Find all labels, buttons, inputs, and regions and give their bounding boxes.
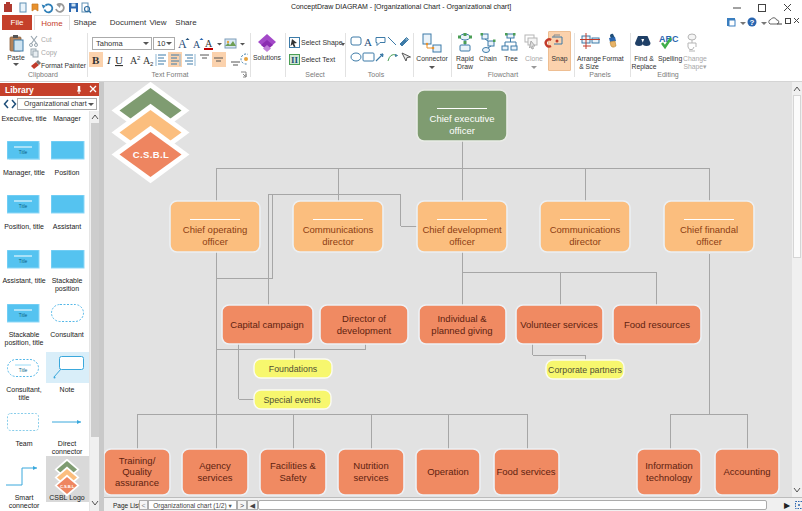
svg-text:Foundations: Foundations (269, 364, 318, 374)
svg-text:II: II (291, 55, 299, 65)
svg-text:development: development (337, 325, 392, 336)
svg-text:Accounting: Accounting (723, 466, 770, 477)
svg-text:Director of: Director of (342, 313, 386, 324)
svg-text:Title: Title (19, 259, 28, 264)
svg-text:assurance: assurance (115, 477, 159, 488)
svg-text:I: I (106, 54, 112, 66)
svg-text:2: 2 (150, 61, 154, 67)
svg-text:services: services (354, 472, 389, 483)
svg-text:planned giving: planned giving (431, 325, 492, 336)
svg-text:Safety: Safety (280, 472, 307, 483)
svg-text:Information: Information (645, 460, 693, 471)
svg-text:A: A (364, 36, 372, 48)
svg-text:U: U (115, 54, 123, 66)
svg-text:services: services (198, 472, 233, 483)
svg-text:Agency: Agency (199, 460, 231, 471)
svg-text:Title: Title (19, 204, 28, 209)
svg-text:Operation: Operation (427, 466, 469, 477)
svg-text:B: B (92, 54, 100, 66)
svg-text:Corporate partners: Corporate partners (548, 365, 622, 375)
svg-text:Chief finandal: Chief finandal (680, 224, 738, 235)
svg-text:A: A (193, 39, 201, 50)
svg-text:technology: technology (646, 472, 692, 483)
svg-text:C.S.B.L: C.S.B.L (133, 149, 170, 160)
svg-text:Facilities &: Facilities & (270, 460, 317, 471)
svg-text:A: A (178, 37, 187, 51)
svg-text:Capital campaign: Capital campaign (230, 319, 303, 330)
svg-text:Title: Title (19, 368, 28, 373)
svg-text:Communications: Communications (303, 224, 374, 235)
svg-text:Food resources: Food resources (624, 319, 690, 330)
svg-text:?: ? (750, 18, 755, 27)
svg-text:Special events: Special events (263, 395, 321, 405)
svg-text:2: 2 (137, 55, 141, 61)
svg-text:Title: Title (19, 150, 28, 155)
svg-text:Title: Title (19, 313, 28, 318)
svg-text:Chief development: Chief development (422, 224, 502, 235)
svg-text:Chief operating: Chief operating (183, 224, 247, 235)
svg-text:A: A (205, 38, 213, 49)
svg-text:officer: officer (202, 236, 228, 247)
svg-text:Nutrition: Nutrition (353, 460, 388, 471)
svg-text:officer: officer (696, 236, 722, 247)
svg-text:C.S.B.L: C.S.B.L (60, 484, 75, 489)
svg-text:director: director (322, 236, 354, 247)
svg-text:Food services: Food services (496, 466, 555, 477)
svg-text:Chief executive: Chief executive (430, 113, 495, 124)
svg-text:Individual &: Individual & (437, 313, 487, 324)
svg-text:officer: officer (449, 236, 475, 247)
svg-text:Communications: Communications (550, 224, 621, 235)
svg-text:Training/: Training/ (119, 455, 156, 466)
svg-text:Quality: Quality (122, 466, 152, 477)
svg-text:director: director (569, 236, 601, 247)
svg-text:Volunteer services: Volunteer services (520, 319, 598, 330)
svg-text:officer: officer (449, 125, 475, 136)
